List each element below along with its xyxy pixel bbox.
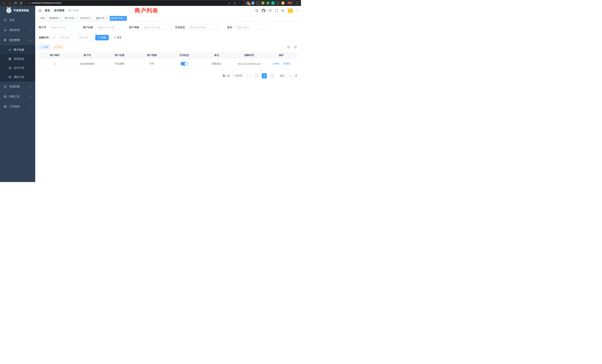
tab-label: 流程表单 (49, 17, 58, 20)
search-icon[interactable] (255, 9, 258, 12)
sidebar-menu: 首页 系统管理 ¥ 支付管理 (0, 15, 35, 182)
sidebar-item-app-info[interactable]: 应用信息 (0, 54, 35, 63)
table-row: 1 M233666999 芋道源码 芋艿 我是备注 2021-10-23 08:… (39, 58, 298, 69)
font-size-icon[interactable]: TT (281, 9, 284, 12)
app-logo[interactable]: 芋道管理系统 (0, 6, 35, 15)
edit-link-label: 修改 (275, 62, 280, 65)
browser-reload-icon[interactable] (13, 0, 18, 5)
tab-close-icon[interactable]: × (90, 17, 92, 20)
col-header-merchant-id: 商户编号 (39, 52, 71, 58)
short-name-label: 商户简称 (129, 26, 141, 29)
help-icon[interactable]: ? (269, 9, 272, 12)
extension-icon-4[interactable] (266, 1, 269, 5)
tab-home[interactable]: 首页 (39, 16, 46, 21)
sidebar-item-label: 支付订单 (14, 66, 24, 70)
tab-close-icon[interactable]: × (124, 17, 125, 20)
remark-input[interactable] (235, 25, 269, 30)
target-icon (8, 66, 11, 69)
browser-update-button[interactable]: 更新 (288, 1, 292, 5)
toggle-search-icon[interactable] (287, 46, 290, 49)
chevron-down-icon (247, 75, 249, 77)
extension-icon-smiley[interactable] (281, 1, 284, 5)
github-icon[interactable] (262, 9, 265, 12)
sidebar-item-infrastructure[interactable]: 基础设施 (0, 82, 35, 92)
breadcrumb: 首页 / 支付管理 / 商户信息 (45, 9, 79, 12)
short-name-input[interactable] (141, 25, 170, 30)
extensions-puzzle-icon[interactable]: 10 (246, 1, 249, 5)
tags-view-bar: 首页 流程表单 × 用户分组 × 支付订单 × 退款订单 × 商户信息 × (35, 15, 301, 21)
sidebar-item-system[interactable]: 系统管理 (0, 25, 35, 35)
date-range-picker[interactable]: 开始日期 - 结束日期 (51, 35, 93, 40)
extension-icon-5[interactable] (271, 1, 275, 5)
table-header-row: 商户编号 商户号 商户全称 商户简称 开启状态 备注 创建时间 操作 (39, 52, 298, 58)
col-header-short-name: 商户简称 (136, 52, 168, 58)
status-select-placeholder: 请选择开启状态 (190, 26, 207, 29)
grid-icon (8, 57, 11, 60)
chevron-down-icon (30, 96, 32, 98)
site-info-icon[interactable] (28, 2, 30, 4)
tab-pay-order[interactable]: 支付订单 × (79, 16, 93, 21)
goto-unit: 页 (295, 74, 298, 77)
sidebar-item-refund-order[interactable]: 退款订单 (0, 73, 35, 82)
search-button[interactable]: 搜索 (95, 35, 109, 40)
navbar: 首页 / 支付管理 / 商户信息 商户列表 ? (35, 6, 301, 15)
fullscreen-icon[interactable] (275, 9, 278, 12)
browser-kebab-menu-icon[interactable]: ⋮ (294, 0, 299, 5)
date-end-placeholder: 结束日期 (75, 36, 91, 39)
status-select[interactable]: 请选择开启状态 (187, 25, 219, 30)
tab-close-icon[interactable]: × (59, 17, 60, 20)
sidebar-item-payment[interactable]: ¥ 支付管理 (0, 35, 35, 45)
delete-link[interactable]: 删除 (283, 62, 290, 65)
breadcrumb-home[interactable]: 首页 (45, 9, 50, 12)
credit-card-icon (8, 48, 11, 51)
address-bar[interactable]: localhost:1024/pay/merchant ☆ (26, 1, 243, 5)
sidebar-item-home[interactable]: 首页 (0, 15, 35, 25)
breadcrumb-current: 商户信息 (68, 9, 79, 12)
tab-close-icon[interactable]: × (75, 17, 76, 20)
share-icon[interactable] (234, 2, 236, 4)
sidebar-item-merchant-info[interactable]: 商户信息 (0, 45, 35, 54)
sidebar-item-label: 应用信息 (14, 57, 24, 61)
cell-actions: 修改 删除 (265, 58, 298, 69)
extension-icon-2[interactable] (256, 1, 259, 5)
export-button[interactable]: 导出 (52, 45, 64, 50)
next-page-button[interactable] (269, 73, 274, 78)
extension-icon-6[interactable] (276, 1, 280, 5)
tab-user-group[interactable]: 用户分组 × (63, 16, 78, 21)
edit-link[interactable]: 修改 (272, 62, 280, 65)
sidebar-item-pay-order[interactable]: 支付订单 (0, 63, 35, 73)
user-avatar[interactable] (288, 8, 293, 13)
full-name-input[interactable] (95, 25, 124, 30)
tab-merchant-info[interactable]: 商户信息 × (110, 16, 127, 21)
gear-icon (3, 29, 7, 32)
add-button[interactable]: 新增 (39, 45, 50, 50)
extension-icon-1[interactable] (251, 1, 255, 5)
avatar-chevron-down-icon[interactable] (296, 10, 298, 12)
browser-home-icon[interactable] (19, 0, 23, 5)
extension-icon-3[interactable] (261, 1, 265, 5)
goto-page-input[interactable] (286, 73, 294, 78)
status-toggle[interactable] (181, 62, 188, 66)
tab-process-form[interactable]: 流程表单 × (47, 16, 62, 21)
page-number-button[interactable]: 1 (262, 73, 267, 78)
merchant-no-input[interactable] (49, 25, 78, 30)
tab-refund-order[interactable]: 退款订单 × (94, 16, 109, 21)
col-header-create-time: 创建时间 (233, 52, 265, 58)
refresh-icon[interactable] (294, 46, 297, 49)
breadcrumb-payment[interactable]: 支付管理 (54, 9, 64, 12)
bookmark-star-icon[interactable]: ☆ (238, 2, 241, 4)
browser-back-icon[interactable]: ← (2, 0, 7, 5)
status-label: 开启状态 (175, 26, 187, 29)
page-size-select[interactable]: 10条/页 (232, 73, 251, 78)
tab-close-icon[interactable]: × (106, 17, 107, 20)
col-header-remark: 备注 (201, 52, 233, 58)
prev-page-button[interactable] (254, 73, 259, 78)
page-content: 商户号 商户全称 商户简称 开启状态 请选择开启状态 (35, 21, 301, 182)
reset-button[interactable]: 重置 (111, 35, 124, 40)
sidebar-item-dev-tools[interactable]: 研发工具 (0, 92, 35, 102)
hamburger-icon[interactable] (38, 9, 42, 12)
browser-forward-icon[interactable]: → (7, 0, 12, 5)
key-icon[interactable] (228, 2, 231, 4)
create-time-label: 创建时间 (39, 36, 51, 39)
sidebar-item-workflow[interactable]: 工作流程 (0, 102, 35, 112)
